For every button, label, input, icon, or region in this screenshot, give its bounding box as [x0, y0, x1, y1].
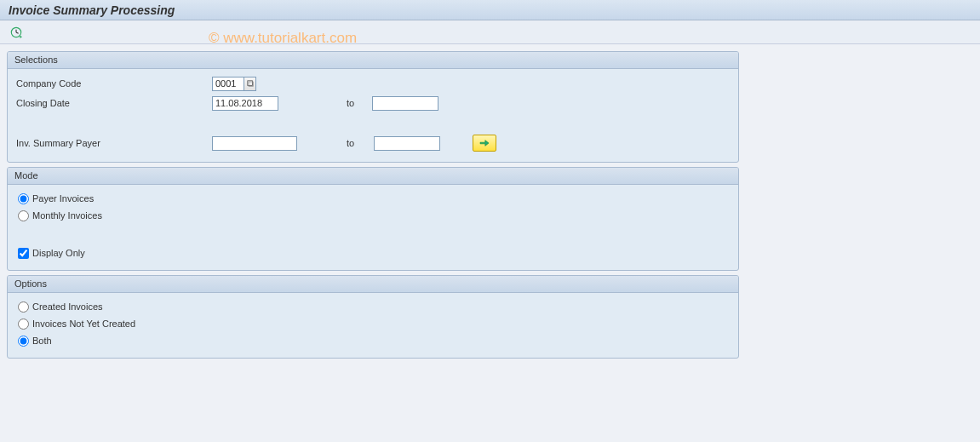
- panel-selections: Selections Company Code Closing Date: [7, 51, 739, 163]
- company-code-help-button[interactable]: [244, 77, 256, 91]
- radio-row-payer-invoices: Payer Invoices: [16, 190, 730, 207]
- panel-selections-header: Selections: [8, 52, 738, 69]
- arrow-right-icon: [479, 139, 490, 147]
- row-company-code: Company Code: [16, 74, 730, 93]
- label-closing-date: Closing Date: [16, 98, 212, 108]
- radio-row-both: Both: [16, 332, 730, 349]
- panel-mode: Mode Payer Invoices Monthly Invoices Dis…: [7, 167, 739, 271]
- page-title: Invoice Summary Processing: [9, 3, 175, 17]
- radio-row-monthly-invoices: Monthly Invoices: [16, 207, 730, 224]
- execute-button[interactable]: [7, 24, 26, 41]
- row-closing-date: Closing Date to: [16, 94, 730, 112]
- closing-date-from-field[interactable]: [212, 96, 278, 111]
- radio-not-yet-created[interactable]: [18, 319, 29, 330]
- svg-line-2: [16, 32, 19, 33]
- svg-rect-4: [247, 81, 252, 86]
- radio-both[interactable]: [18, 336, 29, 347]
- clock-execute-icon: [10, 26, 22, 38]
- multiple-selection-button[interactable]: [473, 135, 496, 152]
- inv-summary-to-field[interactable]: [374, 136, 440, 151]
- inv-summary-to-label: to: [297, 138, 374, 148]
- checkbox-display-only[interactable]: [18, 248, 29, 259]
- label-payer-invoices: Payer Invoices: [32, 193, 94, 204]
- app-toolbar: [0, 20, 980, 44]
- company-code-field[interactable]: [212, 77, 244, 91]
- check-row-display-only: Display Only: [16, 244, 730, 261]
- title-bar: Invoice Summary Processing: [0, 0, 980, 20]
- label-created-invoices: Created Invoices: [32, 301, 103, 312]
- label-inv-summary-payer: Inv. Summary Payer: [16, 138, 212, 148]
- label-both: Both: [32, 336, 52, 346]
- value-help-icon: [247, 80, 254, 87]
- panel-mode-header: Mode: [8, 168, 738, 185]
- closing-date-to-field[interactable]: [372, 96, 438, 111]
- radio-row-created-invoices: Created Invoices: [16, 298, 730, 315]
- radio-monthly-invoices[interactable]: [18, 210, 29, 221]
- content-area: Selections Company Code Closing Date: [0, 44, 980, 370]
- radio-created-invoices[interactable]: [18, 301, 29, 313]
- svg-marker-3: [20, 35, 22, 38]
- radio-payer-invoices[interactable]: [18, 193, 29, 204]
- label-company-code: Company Code: [16, 78, 212, 89]
- radio-row-not-yet-created: Invoices Not Yet Created: [16, 315, 730, 332]
- label-monthly-invoices: Monthly Invoices: [32, 210, 102, 221]
- label-not-yet-created: Invoices Not Yet Created: [32, 319, 135, 329]
- panel-options: Options Created Invoices Invoices Not Ye…: [7, 275, 739, 359]
- panel-options-header: Options: [8, 276, 738, 293]
- inv-summary-from-field[interactable]: [212, 136, 297, 151]
- label-display-only: Display Only: [32, 248, 85, 258]
- row-inv-summary-payer: Inv. Summary Payer to: [16, 134, 730, 152]
- closing-date-to-label: to: [278, 98, 372, 108]
